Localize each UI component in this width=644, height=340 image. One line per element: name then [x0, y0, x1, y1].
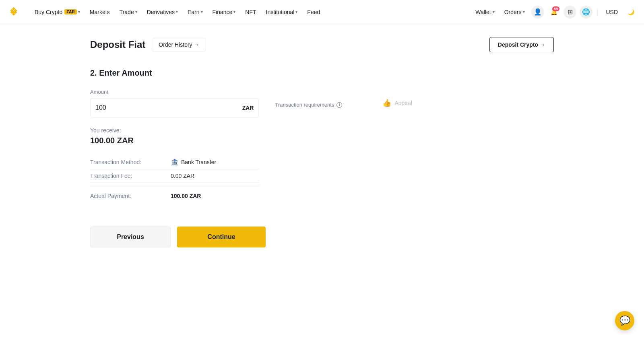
appeal-section: 👍 Appeal: [382, 89, 412, 107]
nav-orders[interactable]: Orders ▾: [501, 6, 528, 18]
amount-label: Amount: [90, 89, 259, 95]
nav-theme-toggle[interactable]: 🌙: [624, 6, 638, 18]
nav-nft[interactable]: NFT: [241, 6, 260, 18]
section-title: 2. Enter Amount: [90, 68, 412, 78]
chevron-down-icon: ▾: [493, 10, 495, 14]
chevron-down-icon: ▾: [233, 10, 235, 14]
nav-feed[interactable]: Feed: [303, 6, 324, 18]
globe-icon[interactable]: 🌐: [580, 6, 592, 19]
tx-requirements-label: Transaction requirements: [275, 102, 334, 108]
chevron-down-icon: ▾: [201, 10, 203, 14]
deposit-crypto-button[interactable]: Deposit Crypto →: [489, 37, 554, 52]
chevron-down-icon: ▾: [176, 10, 178, 14]
nav-institutional[interactable]: Institutional ▾: [262, 6, 302, 18]
transaction-method-value: 🏦 Bank Transfer: [171, 158, 216, 166]
nav-currency[interactable]: USD: [603, 6, 621, 18]
nav-buy-crypto[interactable]: Buy Crypto ZAR ▾: [31, 6, 84, 18]
order-history-button[interactable]: Order History →: [152, 38, 206, 52]
nav-markets[interactable]: Markets: [86, 6, 114, 18]
button-row: Previous Continue: [90, 227, 412, 247]
binance-logo-icon: [6, 5, 21, 19]
amount-group: Amount ZAR: [90, 89, 259, 117]
page-header: Deposit Fiat Order History → Deposit Cry…: [90, 37, 554, 52]
amount-row: Amount ZAR Transaction requirements i 👍 …: [90, 89, 412, 117]
tx-requirements-section: Transaction requirements i: [275, 89, 342, 108]
appeal: 👍 Appeal: [382, 97, 412, 107]
currency-label: ZAR: [242, 105, 254, 111]
nav-derivatives[interactable]: Derivatives ▾: [143, 6, 182, 18]
continue-button[interactable]: Continue: [177, 227, 266, 247]
nav-right: Wallet ▾ Orders ▾ 👤 🔔 59 ⊞ 🌐 USD 🌙: [472, 6, 638, 19]
actual-payment-row: Actual Payment: 100.00 ZAR: [90, 190, 259, 202]
chevron-down-icon: ▾: [78, 10, 80, 14]
page-container: Deposit Fiat Order History → Deposit Cry…: [80, 24, 564, 260]
tx-requirements: Transaction requirements i: [275, 100, 342, 108]
thumbs-up-icon: 👍: [382, 99, 391, 107]
chevron-down-icon: ▾: [135, 10, 137, 14]
you-receive-label: You receive:: [90, 127, 412, 134]
page-title: Deposit Fiat: [90, 39, 145, 50]
details-section: Transaction Method: 🏦 Bank Transfer Tran…: [90, 155, 259, 202]
nav-trade[interactable]: Trade ▾: [116, 6, 141, 18]
nav-earn[interactable]: Earn ▾: [184, 6, 207, 18]
appeal-label: Appeal: [394, 100, 412, 106]
amount-input-wrap[interactable]: ZAR: [90, 98, 259, 117]
you-receive-amount: 100.00 ZAR: [90, 136, 412, 145]
actual-payment-label: Actual Payment:: [90, 193, 171, 199]
actual-payment-value: 100.00 ZAR: [171, 193, 201, 199]
transaction-fee-label: Transaction Fee:: [90, 173, 171, 179]
transaction-method-label: Transaction Method:: [90, 159, 171, 165]
navbar: Buy Crypto ZAR ▾ Markets Trade ▾ Derivat…: [0, 0, 644, 24]
info-icon[interactable]: i: [336, 102, 342, 108]
nav-finance[interactable]: Finance ▾: [208, 6, 240, 18]
nav-divider: [597, 8, 598, 16]
nav-wallet[interactable]: Wallet ▾: [472, 6, 497, 18]
amount-input[interactable]: [95, 104, 242, 111]
content-section: 2. Enter Amount Amount ZAR Transaction r…: [90, 68, 412, 247]
chevron-down-icon: ▾: [523, 10, 525, 14]
notification-button[interactable]: 🔔 59: [547, 6, 560, 19]
transaction-fee-value: 0.00 ZAR: [171, 173, 194, 179]
nav-items: Buy Crypto ZAR ▾ Markets Trade ▾ Derivat…: [31, 6, 472, 18]
transaction-method-row: Transaction Method: 🏦 Bank Transfer: [90, 155, 259, 169]
receive-section: You receive: 100.00 ZAR: [90, 127, 412, 145]
bank-icon: 🏦: [171, 158, 179, 166]
previous-button[interactable]: Previous: [90, 227, 171, 247]
chevron-down-icon: ▾: [295, 10, 297, 14]
transaction-fee-row: Transaction Fee: 0.00 ZAR: [90, 169, 259, 183]
page-header-left: Deposit Fiat Order History →: [90, 38, 206, 52]
logo[interactable]: [6, 5, 21, 19]
qr-code-icon[interactable]: ⊞: [564, 6, 576, 19]
profile-icon[interactable]: 👤: [531, 6, 544, 19]
detail-separator: [90, 186, 259, 186]
